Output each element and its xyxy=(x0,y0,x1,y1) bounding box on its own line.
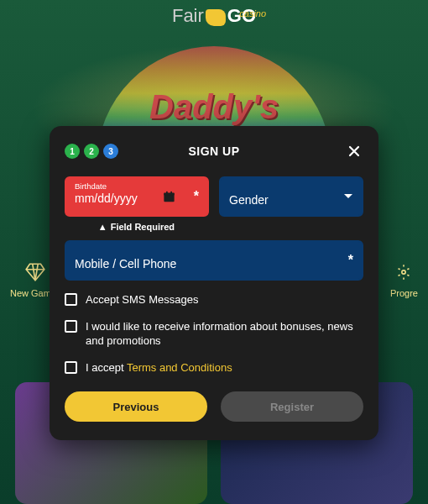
birthdate-label: Birthdate xyxy=(75,181,179,191)
modal-header: 1 2 3 SIGN UP xyxy=(65,139,363,163)
chevron-down-icon xyxy=(343,193,353,200)
warning-icon: ▲ xyxy=(98,222,107,232)
svg-rect-4 xyxy=(170,192,172,194)
gender-field[interactable]: Gender xyxy=(219,176,363,217)
logo-australia-icon xyxy=(206,9,226,26)
site-logo: Fair GO casino xyxy=(172,5,256,27)
svg-rect-2 xyxy=(164,193,174,196)
phone-field[interactable]: Mobile / Cell Phone * xyxy=(65,240,363,281)
phone-placeholder: Mobile / Cell Phone xyxy=(75,245,333,282)
checkbox-sms[interactable] xyxy=(65,293,77,306)
svg-point-0 xyxy=(402,270,405,274)
calendar-icon xyxy=(163,191,175,202)
close-button[interactable] xyxy=(345,142,363,160)
category-label: Progre xyxy=(390,288,418,298)
checkbox-terms-row: I accept Terms and Conditions xyxy=(65,360,363,375)
hero-game-title: Daddy's xyxy=(149,88,279,126)
checkbox-terms[interactable] xyxy=(65,361,77,374)
checkbox-promo-row: I would like to receive information abou… xyxy=(65,319,363,349)
step-3[interactable]: 3 xyxy=(103,144,118,159)
logo-text-left: Fair xyxy=(172,5,204,27)
category-progressive[interactable]: Progre xyxy=(390,261,418,298)
required-star: * xyxy=(348,253,353,268)
logo-subtext: casino xyxy=(239,8,266,18)
gender-placeholder: Gender xyxy=(229,181,333,218)
modal-title: SIGN UP xyxy=(188,144,239,158)
required-star: * xyxy=(194,189,199,204)
checkbox-terms-label: I accept Terms and Conditions xyxy=(86,360,232,375)
field-error-message: ▲ Field Required xyxy=(65,222,208,232)
checkbox-sms-row: Accept SMS Messages xyxy=(65,292,363,307)
step-2[interactable]: 2 xyxy=(84,144,99,159)
step-indicator: 1 2 3 xyxy=(65,144,118,159)
modal-buttons: Previous Register xyxy=(65,391,363,422)
signup-modal: 1 2 3 SIGN UP Birthdate mm/dd/yyyy * Gen… xyxy=(50,126,378,440)
birthdate-field[interactable]: Birthdate mm/dd/yyyy * xyxy=(65,176,209,217)
previous-button[interactable]: Previous xyxy=(65,391,207,422)
checkbox-promo[interactable] xyxy=(65,320,77,333)
close-icon xyxy=(347,144,361,158)
checkbox-sms-label: Accept SMS Messages xyxy=(86,292,198,307)
diamond-icon xyxy=(24,261,46,283)
svg-rect-3 xyxy=(166,192,168,194)
dollar-icon xyxy=(393,261,415,283)
step-1[interactable]: 1 xyxy=(65,144,80,159)
terms-link[interactable]: Terms and Conditions xyxy=(127,361,232,374)
checkbox-promo-label: I would like to receive information abou… xyxy=(86,319,363,349)
register-button: Register xyxy=(221,391,363,422)
